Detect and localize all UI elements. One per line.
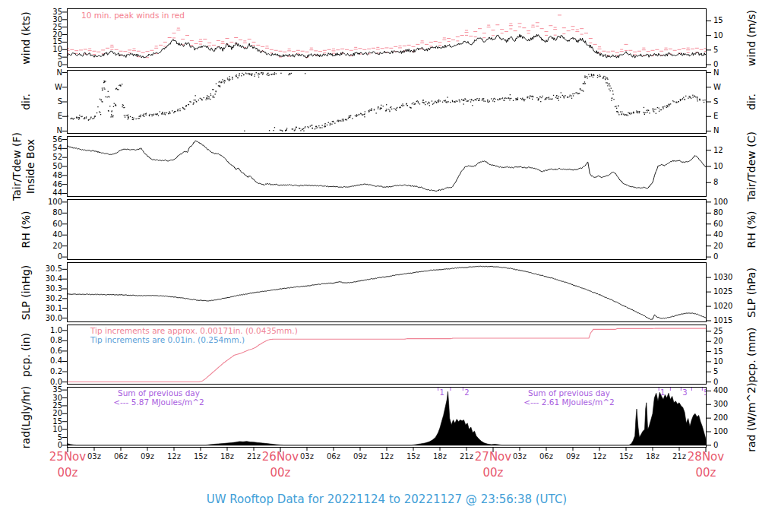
y-tick-label-right-rh: 100 <box>713 198 747 207</box>
y-tick-label-left-dir: W <box>33 83 62 92</box>
annotation-line: <--- 2.61 MJoules/m^2 <box>523 397 615 407</box>
x-day-label: 25Nov <box>49 450 86 464</box>
y-tick-label-right-wind: 15 <box>713 16 747 25</box>
x-minor-label: 09z <box>566 452 580 461</box>
y-tick-label-left-slp: 30.4 <box>33 274 62 283</box>
y-tick-label-right-temp: 12 <box>713 146 747 155</box>
y-tick-label-right-dir: N <box>713 126 747 135</box>
y-tick-label-right-rh: 20 <box>713 242 747 251</box>
panel-wind: 10 min. peak winds in red <box>67 8 707 68</box>
y-tick-label-left-temp: 44 <box>33 188 62 198</box>
svg-text:3: 3 <box>682 388 687 397</box>
panel-rh-plot <box>68 200 706 259</box>
x-day-label: 28Nov <box>688 450 724 464</box>
y-tick-label-left-rad: 35 <box>33 385 62 394</box>
y-tick-label-left-pcp: 1.0 <box>33 326 62 335</box>
y-tick-label-right-rad: 200 <box>713 413 747 423</box>
axis-label-rad-right: rad (W/m^2) <box>745 382 757 451</box>
y-tick-label-right-pcp: 0 <box>713 378 747 387</box>
y-tick-label-left-rad: 5 <box>33 433 62 442</box>
y-tick-label-right-pcp: 10 <box>713 357 747 366</box>
panel-rad: 12135Sum of previous day<--- 5.87 MJoule… <box>67 387 707 448</box>
x-day-label: 27Nov <box>475 450 511 464</box>
y-tick-label-right-rh: 40 <box>713 230 747 239</box>
y-tick-label-right-pcp: 15 <box>713 347 747 356</box>
annotation-line: Sum of previous day <box>523 388 615 397</box>
y-tick-label-right-temp: 8 <box>713 178 747 187</box>
annotation-rad-1: Sum of previous day<--- 2.61 MJoules/m^2 <box>523 388 615 407</box>
annotation-pcp-1: Tip increments are 0.01in. (0.254mm.) <box>90 335 245 344</box>
axis-label-slp-right: SLP (hPa) <box>745 268 757 318</box>
x-day-sublabel: 00z <box>483 466 504 480</box>
y-tick-label-left-rh: 80 <box>33 208 62 217</box>
y-tick-label-left-slp: 30.2 <box>33 294 62 303</box>
panel-pcp: Tip increments are approx. 0.00171in. (0… <box>67 325 707 385</box>
x-minor-label: 12z <box>593 452 606 461</box>
y-tick-label-left-rh: 20 <box>33 242 62 251</box>
y-tick-label-left-slp: 30.0 <box>33 314 62 323</box>
axis-label-dir-right: dir. <box>745 93 757 110</box>
x-minor-label: 09z <box>353 452 367 461</box>
annotation-rad-0: Sum of previous day<--- 5.87 MJoules/m^2 <box>113 388 204 407</box>
x-minor-label: 15z <box>619 452 633 461</box>
annotation-line: Tip increments are 0.01in. (0.254mm.) <box>90 335 245 344</box>
annotation-pcp-0: Tip increments are approx. 0.00171in. (0… <box>90 326 298 335</box>
y-tick-label-left-rad: 15 <box>33 417 62 426</box>
y-tick-label-right-slp: 1030 <box>713 273 747 282</box>
panel-temp <box>67 136 707 197</box>
y-tick-label-left-rh: 60 <box>33 220 62 229</box>
y-tick-label-right-rad: 0 <box>713 441 747 450</box>
panel-temp-plot <box>68 137 706 196</box>
axis-label-pcp-right: pcp. (mm) <box>745 327 757 382</box>
axis-label-rh-left: RH (%) <box>20 211 32 249</box>
axis-label-temp-left: Tair/Tdew (F) <box>11 132 23 201</box>
annotation-line: Tip increments are approx. 0.00171in. (0… <box>90 326 298 335</box>
x-day-label: 26Nov <box>262 450 299 464</box>
svg-text:5: 5 <box>704 388 706 397</box>
axis-label-wind-right: wind (m/s) <box>745 10 757 66</box>
x-minor-label: 12z <box>380 452 394 461</box>
y-tick-label-left-rad: 0 <box>33 441 62 450</box>
axis-label-rh-right: RH (%) <box>745 211 757 249</box>
y-tick-label-right-wind: 5 <box>713 46 747 55</box>
y-tick-label-left-rh: 0 <box>33 252 62 261</box>
y-tick-label-right-slp: 1015 <box>713 316 747 325</box>
y-tick-label-right-rad: 300 <box>713 400 747 409</box>
x-minor-label: 09z <box>141 452 154 461</box>
panel-rh <box>67 199 707 260</box>
y-tick-label-left-dir: S <box>33 97 62 106</box>
x-minor-label: 06z <box>327 452 340 461</box>
y-tick-label-right-dir: N <box>713 68 747 78</box>
x-minor-label: 15z <box>406 452 420 461</box>
panel-slp <box>67 262 707 322</box>
x-minor-label: 18z <box>220 452 234 461</box>
series-wind-peaks-10min <box>68 15 706 58</box>
svg-text:1: 1 <box>660 388 665 397</box>
x-minor-label: 18z <box>433 452 447 461</box>
y-tick-label-right-rh: 80 <box>713 208 747 217</box>
panel-slp-plot <box>68 263 706 321</box>
svg-text:1: 1 <box>439 388 444 397</box>
y-tick-label-left-pcp: 0.8 <box>33 336 62 345</box>
y-tick-label-left-wind: 35 <box>33 8 62 17</box>
x-minor-label: 15z <box>194 452 207 461</box>
series-slp <box>68 266 706 319</box>
y-tick-label-right-pcp: 5 <box>713 367 747 376</box>
x-minor-label: 12z <box>167 452 181 461</box>
panel-dir <box>67 70 707 134</box>
x-minor-label: 21z <box>672 452 686 461</box>
y-tick-label-right-slp: 1025 <box>713 287 747 296</box>
x-minor-label: 06z <box>539 452 553 461</box>
y-tick-label-left-rad: 25 <box>33 401 62 410</box>
annotation-line: Sum of previous day <box>113 388 204 397</box>
y-tick-label-left-rad: 30 <box>33 394 62 403</box>
y-tick-label-left-dir: N <box>33 68 62 78</box>
axis-label-slp-left: SLP (inHg) <box>20 264 32 320</box>
y-tick-label-left-slp: 30.3 <box>33 284 62 293</box>
y-tick-label-left-pcp: 0.6 <box>33 347 62 356</box>
y-tick-label-left-dir: E <box>33 112 62 121</box>
annotation-line: <--- 5.87 MJoules/m^2 <box>113 397 204 407</box>
axis-label-temp-left: Inside Box <box>24 139 36 194</box>
axis-label-rad-left: rad(Lgly/hr) <box>20 386 32 448</box>
panel-dir-plot <box>68 71 706 133</box>
